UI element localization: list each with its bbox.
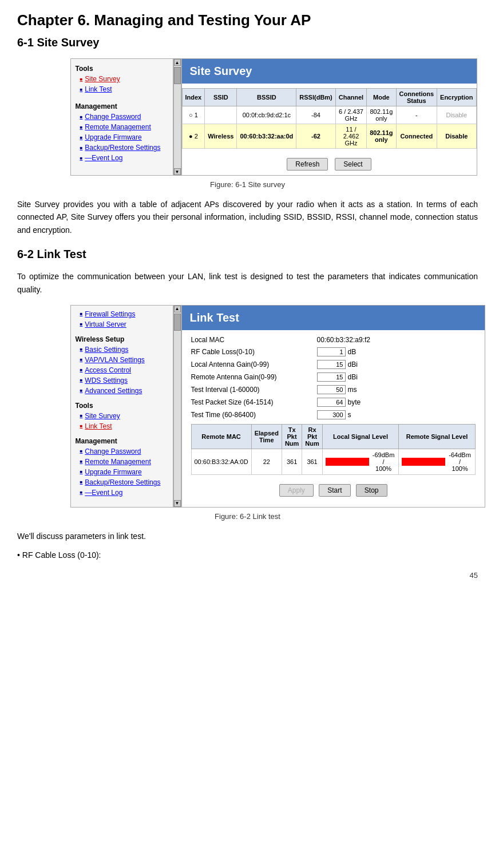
body-text-2: We'll discuss parameters in link test. — [17, 530, 478, 542]
col-local-signal: Local Signal Level — [322, 424, 399, 449]
test-interval-unit: ms — [348, 386, 357, 394]
table-row: ○ 1 00:0f:cb:9d:d2:1c -84 6 / 2.437 GHz … — [182, 106, 476, 124]
sidebar-item-virtual-server[interactable]: Virtual Server — [71, 319, 173, 330]
scroll-thumb2[interactable] — [174, 314, 181, 331]
stop-button[interactable]: Stop — [356, 484, 387, 497]
radio-1[interactable]: ○ 1 — [182, 106, 205, 124]
sidebar-link-test: Firewall Settings Virtual Server Wireles… — [70, 305, 173, 508]
scroll-down-arrow2[interactable]: ▼ — [174, 500, 181, 507]
scroll-down-arrow[interactable]: ▼ — [174, 168, 181, 175]
sidebar-item-remote-mgmt2[interactable]: Remote Management — [71, 457, 173, 467]
scroll-thumb[interactable] — [174, 67, 181, 84]
sidebar-item-site-survey[interactable]: Site Survey — [71, 74, 173, 84]
field-remote-antenna: Remote Antenna Gain(0-99) dBi — [191, 372, 476, 382]
figure1-caption: Figure: 6-1 Site survey — [17, 180, 478, 189]
ssid-1 — [205, 106, 237, 124]
remote-signal-bar — [402, 458, 445, 466]
result-elapsed: 22 — [251, 449, 282, 474]
sidebar-item-event-log2[interactable]: —Event Log — [71, 487, 173, 498]
result-rx: 361 — [302, 449, 322, 474]
site-survey-panel: Site Survey Index SSID BSSID RSSI(dBm) C… — [181, 58, 477, 176]
field-test-interval: Test Interval (1-60000) ms — [191, 385, 476, 394]
sidebar-item-backup-restore2[interactable]: Backup/Restore Settings — [71, 477, 173, 487]
sidebar-item-basic-settings[interactable]: Basic Settings — [71, 344, 173, 355]
body-text-1: Site Survey provides you with a table of… — [17, 198, 478, 236]
channel-2: 11 / 2.462 GHz — [335, 124, 366, 149]
local-signal-text: -69dBm /100% — [371, 451, 395, 472]
status-1: - — [396, 106, 437, 124]
test-time-unit: s — [348, 411, 351, 419]
table-row: 00:60:B3:32:AA:0D 22 361 361 -69dBm /100… — [191, 449, 475, 474]
sidebar-item-remote-mgmt[interactable]: Remote Management — [71, 122, 173, 132]
refresh-button[interactable]: Refresh — [287, 158, 328, 171]
col-ssid: SSID — [205, 89, 237, 106]
start-button[interactable]: Start — [319, 484, 350, 497]
rssi-2: -62 — [296, 124, 335, 149]
local-antenna-unit: dBi — [348, 360, 358, 368]
test-time-input[interactable] — [317, 410, 346, 419]
sidebar-wireless-label: Wireless Setup — [71, 333, 173, 344]
sidebar-scrollbar[interactable]: ▲ ▼ — [173, 58, 181, 176]
figure2-caption: Figure: 6-2 Link test — [17, 512, 478, 521]
radio-2[interactable]: ● 2 — [182, 124, 205, 149]
channel-1: 6 / 2.437 GHz — [335, 106, 366, 124]
sidebar-management-label: Management — [71, 100, 173, 112]
col-remote-signal: Remote Signal Level — [399, 424, 476, 449]
ssid-2: Wireless — [205, 124, 237, 149]
test-packet-input[interactable] — [317, 398, 346, 407]
body-text-link-intro: To optimize the communication between yo… — [17, 270, 478, 296]
sidebar-item-site-survey2[interactable]: Site Survey — [71, 411, 173, 421]
col-rx-pkt: Rx PktNum — [302, 424, 322, 449]
result-local-signal: -69dBm /100% — [322, 449, 399, 474]
sidebar-item-upgrade-firmware[interactable]: Upgrade Firmware — [71, 132, 173, 142]
rssi-1: -84 — [296, 106, 335, 124]
col-channel: Channel — [335, 89, 366, 106]
result-remote-mac: 00:60:B3:32:AA:0D — [191, 449, 251, 474]
sidebar-item-wds[interactable]: WDS Settings — [71, 375, 173, 386]
col-index: Index — [182, 89, 205, 106]
apply-button[interactable]: Apply — [279, 484, 314, 497]
link-test-panel: Link Test Local MAC 00:60:b3:32:a9:f2 RF… — [181, 305, 485, 508]
bssid-2: 00:60:b3:32:aa:0d — [237, 124, 296, 149]
remote-antenna-input[interactable] — [317, 372, 346, 382]
link-test-header: Link Test — [182, 306, 485, 330]
sidebar-item-link-test2[interactable]: Link Test — [71, 421, 173, 431]
scroll-up-arrow[interactable]: ▲ — [174, 59, 181, 66]
bullet-rf-cable: • RF Cable Loss (0-10): — [17, 550, 478, 560]
field-test-packet: Test Packet Size (64-1514) byte — [191, 398, 476, 407]
sidebar-item-event-log[interactable]: —Event Log — [71, 153, 173, 163]
sidebar-tools-label2: Tools — [71, 399, 173, 411]
col-bssid: BSSID — [237, 89, 296, 106]
test-packet-label: Test Packet Size (64-1514) — [191, 398, 317, 406]
sidebar-item-firewall[interactable]: Firewall Settings — [71, 309, 173, 319]
sidebar-item-access-control[interactable]: Access Control — [71, 365, 173, 375]
sidebar-item-upgrade-firmware2[interactable]: Upgrade Firmware — [71, 467, 173, 477]
encryption-2: Disable — [437, 124, 476, 149]
col-remote-mac: Remote MAC — [191, 424, 251, 449]
sidebar-item-link-test[interactable]: Link Test — [71, 84, 173, 94]
col-rssi: RSSI(dBm) — [296, 89, 335, 106]
local-antenna-label: Local Antenna Gain(0-99) — [191, 360, 317, 368]
rf-cable-unit: dB — [348, 348, 357, 356]
test-interval-input[interactable] — [317, 385, 346, 394]
col-mode: Mode — [367, 89, 396, 106]
sidebar-item-backup-restore[interactable]: Backup/Restore Settings — [71, 142, 173, 153]
field-test-time: Test Time (60-86400) s — [191, 410, 476, 419]
table-row: ● 2 Wireless 00:60:b3:32:aa:0d -62 11 / … — [182, 124, 476, 149]
bssid-1: 00:0f:cb:9d:d2:1c — [237, 106, 296, 124]
status-2: Connected — [396, 124, 437, 149]
select-button[interactable]: Select — [335, 158, 371, 171]
sidebar-item-change-password2[interactable]: Change Password — [71, 446, 173, 457]
sidebar-item-change-password[interactable]: Change Password — [71, 112, 173, 122]
local-antenna-input[interactable] — [317, 360, 346, 369]
sidebar-scrollbar2[interactable]: ▲ ▼ — [173, 305, 181, 508]
sidebar-item-vap-vlan[interactable]: VAP/VLAN Settings — [71, 355, 173, 365]
scroll-up-arrow2[interactable]: ▲ — [174, 306, 181, 312]
local-mac-label: Local MAC — [191, 336, 317, 344]
rf-cable-input[interactable] — [317, 347, 346, 356]
site-survey-buttons: Refresh Select — [182, 153, 477, 175]
sidebar-item-advanced[interactable]: Advanced Settings — [71, 386, 173, 396]
section1-title: 6-1 Site Survey — [17, 36, 478, 49]
col-encryption: Encryption — [437, 89, 476, 106]
test-time-label: Test Time (60-86400) — [191, 411, 317, 419]
